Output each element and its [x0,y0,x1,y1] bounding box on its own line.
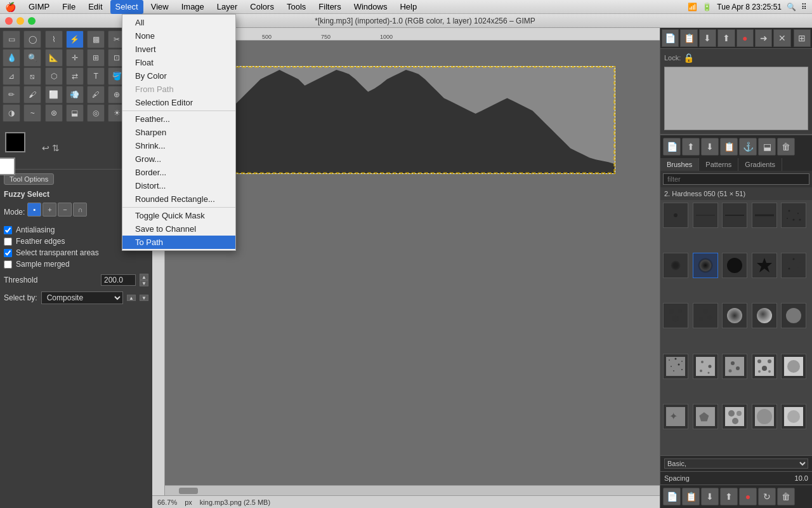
select-transparent-checkbox[interactable] [4,249,12,257]
brush-up-btn[interactable]: ⬆ [720,488,738,505]
brush-item[interactable] [781,253,806,278]
brush-item[interactable] [722,354,747,379]
brush-grid[interactable]: ✦ ⬟ [660,200,812,455]
brush-item[interactable] [663,253,688,278]
brush-red-btn[interactable]: ● [739,488,757,505]
brush-item[interactable] [752,303,777,328]
brush-item[interactable] [663,354,688,379]
tool-convolve[interactable]: ⊛ [45,104,63,122]
tool-rect-select[interactable]: ▭ [3,30,20,48]
tool-airbrush[interactable]: 💨 [66,86,84,104]
maximize-button[interactable] [28,17,36,25]
menu-all[interactable]: All [122,16,235,29]
menu-save-to-channel[interactable]: Save to Channel [122,222,235,236]
tool-smudge[interactable]: ~ [23,104,41,122]
brush-item[interactable] [693,303,718,328]
panel-up-icon[interactable]: ⬆ [717,29,735,47]
mode-replace[interactable]: ▪ [27,203,41,217]
tool-zoom[interactable]: 🔍 [23,49,41,67]
canvas-container[interactable] [165,41,660,495]
menu-rounded-rectangle[interactable]: Rounded Rectangle... [122,192,235,206]
tool-text[interactable]: T [87,67,105,85]
brush-trash-btn[interactable]: 🗑 [777,488,795,505]
menu-to-path[interactable]: To Path [122,236,235,249]
select-by-dropdown[interactable]: Composite [41,291,123,304]
panel-expand-icon[interactable]: ⊞ [794,29,811,47]
brush-item[interactable] [781,303,806,328]
menu-file[interactable]: File [57,0,81,14]
menu-sharpen[interactable]: Sharpen [122,126,235,139]
threshold-down[interactable]: ▼ [140,280,148,286]
tab-brushes[interactable]: Brushes [660,158,699,171]
menu-help[interactable]: Help [395,0,422,14]
raise-layer-btn[interactable]: ⬆ [682,138,700,156]
reset-colors-icon[interactable]: ↩ [42,143,49,153]
menu-invert[interactable]: Invert [122,43,235,56]
brushes-filter-input[interactable] [663,173,809,185]
tab-gradients[interactable]: Gradients [738,158,782,171]
select-by-down[interactable]: ▼ [140,295,148,301]
menu-toggle-quick-mask[interactable]: Toggle Quick Mask [122,209,235,222]
anchor-layer-btn[interactable]: ⚓ [739,138,757,156]
brush-item[interactable] [663,203,688,228]
threshold-up[interactable]: ▲ [140,274,148,280]
mode-add[interactable]: + [43,203,56,217]
menu-distort[interactable]: Distort... [122,179,235,192]
menu-feather[interactable]: Feather... [122,112,235,126]
menu-grow[interactable]: Grow... [122,152,235,166]
tool-eraser[interactable]: ⬜ [45,86,63,104]
menu-dots-icon[interactable]: ⠿ [801,3,807,11]
tool-fuzzy-select[interactable]: ⚡ [66,30,84,48]
lower-layer-btn[interactable]: ⬇ [701,138,719,156]
brush-item[interactable] [722,303,747,328]
brush-item[interactable] [752,203,777,228]
tool-measure[interactable]: 📐 [45,49,63,67]
panel-red-icon[interactable]: ● [737,29,754,47]
search-icon[interactable]: 🔍 [787,3,796,11]
menu-layer[interactable]: Layer [212,0,243,14]
swap-colors-icon[interactable]: ⇅ [52,143,60,153]
tool-align[interactable]: ⊞ [87,49,105,67]
menu-windows[interactable]: Windows [349,0,393,14]
tool-move[interactable]: ✛ [66,49,84,67]
tool-pencil[interactable]: ✏ [3,86,20,104]
foreground-color[interactable] [5,132,25,152]
tool-paintbrush[interactable]: 🖌 [23,86,41,104]
menu-float[interactable]: Float [122,56,235,69]
panel-close-icon[interactable]: ✕ [773,29,790,47]
brush-item-selected[interactable] [693,253,718,278]
tool-select-by-color[interactable]: ▩ [87,30,105,48]
menu-image[interactable]: Image [176,0,209,14]
brush-item[interactable] [722,404,747,429]
brush-item[interactable]: ✦ [663,404,688,429]
menu-selection-editor[interactable]: Selection Editor [122,96,235,109]
panel-down-icon[interactable]: ⬇ [699,29,716,47]
preset-dropdown[interactable]: Basic, [664,458,808,469]
tool-color-picker[interactable]: 💧 [3,49,20,67]
threshold-input[interactable] [101,274,136,286]
panel-new-icon[interactable]: 📄 [662,29,679,47]
brush-item[interactable] [722,203,747,228]
tab-patterns[interactable]: Patterns [699,158,738,171]
menu-edit[interactable]: Edit [83,0,107,14]
tool-shear[interactable]: ⧅ [23,67,41,85]
menu-select[interactable]: Select [110,0,143,14]
brush-item[interactable] [781,203,806,228]
menu-filters[interactable]: Filters [313,0,346,14]
brush-item[interactable] [781,404,806,429]
menu-colors[interactable]: Colors [245,0,279,14]
brush-item[interactable] [752,354,777,379]
menu-view[interactable]: View [146,0,174,14]
brush-item[interactable] [752,404,777,429]
brush-item[interactable] [693,354,718,379]
minimize-button[interactable] [16,17,24,25]
brush-item[interactable] [663,303,688,328]
brush-item[interactable]: ⬟ [693,404,718,429]
canvas-image[interactable] [184,66,615,174]
brush-item[interactable] [752,253,777,278]
brush-refresh-btn[interactable]: ↻ [758,488,776,505]
mode-intersect[interactable]: ∩ [73,203,87,217]
close-button[interactable] [5,17,13,25]
menu-gimp[interactable]: GIMP [23,0,55,14]
menu-shrink[interactable]: Shrink... [122,139,235,152]
